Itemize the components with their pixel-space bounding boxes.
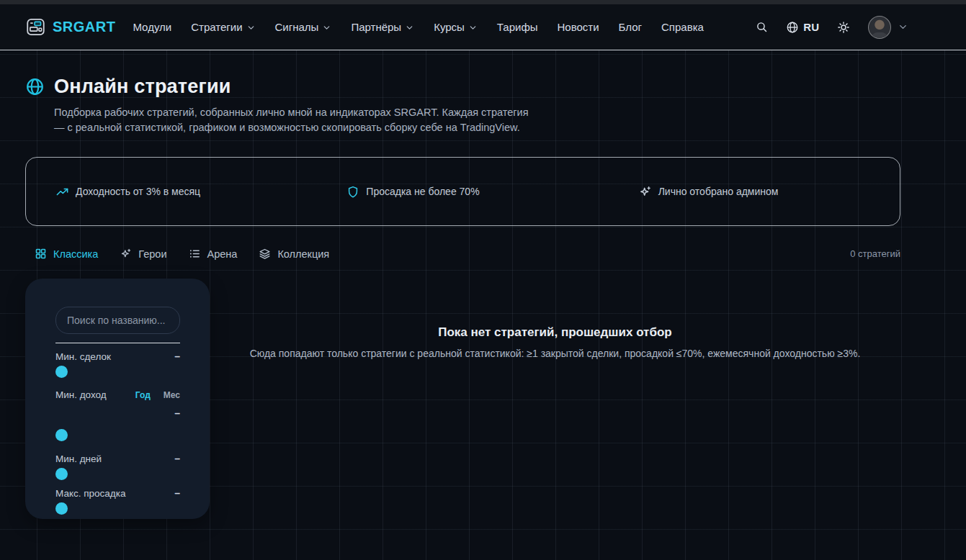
slider-thumb[interactable] [55, 429, 68, 441]
search-input[interactable] [55, 307, 180, 334]
srgart-logo-icon [26, 17, 45, 37]
min-trades-slider[interactable] [55, 366, 180, 378]
theme-toggle[interactable] [837, 21, 850, 34]
language-label: RU [803, 21, 819, 33]
tab-heroes[interactable]: Герои [120, 248, 166, 260]
min-income-value: – [174, 407, 180, 419]
nav-item-partners[interactable]: Партнёры [351, 21, 414, 33]
strategy-count: 0 стратегий [850, 248, 900, 259]
search-icon [756, 21, 768, 33]
page-title: Онлайн стратегии [54, 76, 231, 98]
tab-collection[interactable]: Коллекция [259, 248, 329, 260]
min-days-value: – [174, 453, 180, 464]
chevron-down-icon [322, 23, 331, 32]
feature-curated: Лично отобрано админом [609, 185, 900, 199]
panel-divider [55, 343, 180, 343]
navbar-right: RU [756, 16, 908, 39]
sparkles-icon [638, 185, 652, 199]
slider-thumb[interactable] [55, 502, 68, 515]
list-icon [189, 248, 201, 260]
period-year-button[interactable]: Год [135, 390, 151, 400]
brand-name: SRGART [53, 19, 115, 35]
nav-item-strategies[interactable]: Стратегии [191, 21, 255, 33]
nav-item-blog[interactable]: Блог [619, 21, 642, 33]
min-days-slider[interactable] [55, 468, 180, 480]
filter-max-drawdown: Макс. просадка – [55, 487, 180, 499]
tab-classic[interactable]: Классика [35, 248, 98, 260]
slider-thumb[interactable] [55, 468, 68, 480]
globe-icon [786, 21, 799, 34]
max-drawdown-slider[interactable] [55, 502, 180, 515]
language-switcher[interactable]: RU [786, 21, 819, 34]
empty-state-description: Сюда попадают только стратегии с реально… [210, 348, 900, 359]
chevron-down-icon [405, 23, 414, 32]
tab-arena[interactable]: Арена [189, 248, 238, 260]
chevron-down-icon [468, 23, 478, 32]
chevron-down-icon [898, 22, 908, 32]
nav-item-pricing[interactable]: Тарифы [497, 21, 538, 33]
sun-icon [837, 21, 850, 34]
slider-thumb[interactable] [55, 366, 68, 378]
filter-min-trades: Мин. сделок – [55, 351, 180, 362]
nav-item-courses[interactable]: Курсы [434, 21, 478, 33]
content-area: Мин. сделок – Мин. доход Год Мес – [25, 279, 900, 519]
user-menu[interactable] [868, 16, 908, 39]
navbar: SRGART Модули Стратегии Сигналы Партнёры… [0, 4, 966, 50]
page-body: Онлайн стратегии Подборка рабочих страте… [0, 50, 966, 560]
search-button[interactable] [756, 21, 768, 33]
brand-logo[interactable]: SRGART [26, 17, 115, 37]
trending-up-icon [55, 185, 69, 199]
filter-min-days: Мин. дней – [55, 453, 180, 464]
page-subtitle: Подборка рабочих стратегий, собранных ли… [54, 105, 900, 135]
sparkles-icon [120, 248, 132, 260]
features-box: Доходность от 3% в месяц Просадка не бол… [25, 157, 900, 226]
shield-icon [346, 185, 359, 199]
min-income-slider[interactable] [55, 429, 180, 441]
period-toggle: Год Мес [135, 390, 180, 400]
max-drawdown-value: – [174, 487, 180, 499]
tabs-row: Классика Герои Арена Коллекция 0 стратег… [25, 248, 900, 260]
nav-item-signals[interactable]: Сигналы [275, 21, 332, 33]
globe-accent-icon [25, 77, 45, 96]
feature-profitability: Доходность от 3% в месяц [26, 185, 317, 199]
hero-section: Онлайн стратегии Подборка рабочих страте… [25, 50, 900, 135]
main-nav: Модули Стратегии Сигналы Партнёры Курсы … [133, 21, 703, 33]
filter-min-income: Мин. доход Год Мес [55, 389, 180, 400]
avatar [868, 16, 891, 39]
nav-item-modules[interactable]: Модули [133, 21, 171, 33]
empty-state-title: Пока нет стратегий, прошедших отбор [210, 325, 900, 340]
nav-item-news[interactable]: Новости [558, 21, 599, 33]
grid-icon [35, 248, 47, 260]
filter-panel: Мин. сделок – Мин. доход Год Мес – [25, 279, 210, 519]
empty-state: Пока нет стратегий, прошедших отбор Сюда… [210, 279, 900, 359]
chevron-down-icon [246, 23, 256, 32]
min-trades-value: – [174, 351, 180, 362]
feature-drawdown: Просадка не более 70% [317, 185, 608, 199]
period-month-button[interactable]: Мес [164, 390, 180, 400]
layers-icon [259, 248, 271, 260]
nav-item-help[interactable]: Справка [661, 21, 704, 33]
